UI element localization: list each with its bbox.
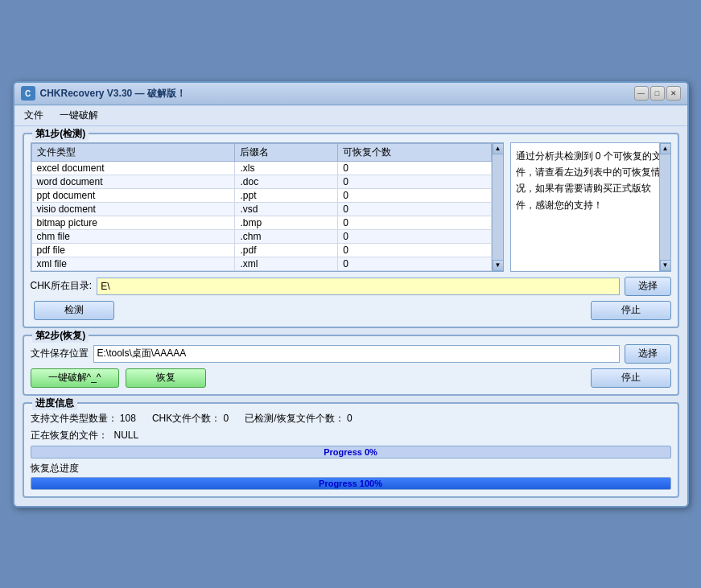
cell-filetype: word document: [31, 175, 235, 188]
cell-count: 0: [338, 257, 491, 270]
cell-ext: .vsd: [235, 202, 338, 216]
chk-count-value: 0: [224, 413, 229, 424]
title-bar-left: C CHKRecovery V3.30 — 破解版！: [21, 86, 186, 101]
step1-section: 第1步(检测) 文件类型 后缀名 可恢复个数 excel docume: [23, 133, 679, 328]
main-window: C CHKRecovery V3.30 — 破解版！ — □ ✕ 文件 一键破解…: [13, 81, 689, 508]
supported-types-value: 108: [120, 413, 136, 424]
cell-filetype: chm file: [31, 229, 235, 243]
chk-count-item: CHK文件个数： 0: [152, 412, 229, 426]
table-row: bitmap picture.bmp0: [31, 216, 491, 229]
chk-count-label: CHK文件个数：: [152, 413, 221, 424]
scroll-thumb[interactable]: [493, 154, 503, 260]
detected-item: 已检测/恢复文件个数： 0: [245, 412, 352, 426]
chk-dir-row: CHK所在目录: 选择: [31, 277, 671, 296]
info-scroll-up[interactable]: ▲: [660, 143, 671, 154]
file-table: 文件类型 后缀名 可恢复个数 excel document.xls0word d…: [31, 143, 492, 271]
cell-filetype: visio docment: [31, 202, 235, 216]
progress-section: 进度信息 支持文件类型数量： 108 CHK文件个数： 0 已检测/恢复文件个数…: [23, 402, 679, 498]
cell-ext: .xls: [235, 161, 338, 175]
current-file-label: 正在恢复的文件：: [31, 429, 108, 442]
content-area: 第1步(检测) 文件类型 后缀名 可恢复个数 excel docume: [14, 126, 687, 506]
save-loc-label: 文件保存位置: [31, 347, 89, 360]
cell-ext: .bmp: [235, 216, 338, 229]
step1-content: 文件类型 后缀名 可恢复个数 excel document.xls0word d…: [31, 142, 671, 272]
table-row: chm file.chm0: [31, 229, 491, 243]
cell-count: 0: [338, 175, 491, 188]
detected-value: 0: [347, 413, 353, 424]
col-filetype: 文件类型: [31, 143, 235, 161]
cell-filetype: pdf file: [31, 243, 235, 257]
chk-dir-label: CHK所在目录:: [31, 279, 93, 293]
step2-section: 第2步(恢复) 文件保存位置 选择 一键破解^_^ 恢复 停止: [23, 335, 679, 396]
cell-ext: .chm: [235, 229, 338, 243]
col-count: 可恢复个数: [338, 143, 491, 161]
cell-count: 0: [338, 216, 491, 229]
table-scrollbar[interactable]: ▲ ▼: [492, 143, 503, 271]
cell-count: 0: [338, 229, 491, 243]
cell-count: 0: [338, 188, 491, 202]
cell-ext: .ppt: [235, 188, 338, 202]
table-row: visio docment.vsd0: [31, 202, 491, 216]
app-icon: C: [21, 86, 35, 101]
detected-label: 已检测/恢复文件个数：: [245, 413, 344, 424]
cell-ext: .xml: [235, 257, 338, 270]
info-scroll-thumb[interactable]: [660, 154, 670, 260]
info-scroll-down[interactable]: ▼: [660, 260, 671, 271]
step1-stop-button[interactable]: 停止: [591, 301, 671, 320]
step2-action-row: 一键破解^_^ 恢复 停止: [31, 368, 671, 388]
cell-ext: .pdf: [235, 243, 338, 257]
menu-file[interactable]: 文件: [21, 108, 47, 123]
menu-one-click[interactable]: 一键破解: [56, 108, 101, 123]
table-row: ppt document.ppt0: [31, 188, 491, 202]
menu-bar: 文件 一键破解: [14, 105, 687, 126]
table-row: pdf file.pdf0: [31, 243, 491, 257]
progress-text-2: Progress 100%: [31, 478, 670, 489]
table-row: excel document.xls0: [31, 161, 491, 175]
cell-filetype: xml file: [31, 257, 235, 270]
cell-filetype: ppt document: [31, 188, 235, 202]
total-progress-label: 恢复总进度: [31, 462, 671, 475]
save-loc-row: 文件保存位置 选择: [31, 344, 671, 364]
file-table-wrapper: 文件类型 后缀名 可恢复个数 excel document.xls0word d…: [31, 142, 504, 272]
cell-filetype: excel document: [31, 161, 235, 175]
scroll-down-btn[interactable]: ▼: [493, 260, 504, 271]
info-scrollbar[interactable]: ▲ ▼: [659, 143, 670, 271]
window-title: CHKRecovery V3.30 — 破解版！: [40, 87, 186, 101]
progress-title: 进度信息: [32, 397, 77, 410]
chk-select-button[interactable]: 选择: [625, 277, 671, 296]
title-bar-buttons: — □ ✕: [634, 86, 681, 101]
close-button[interactable]: ✕: [666, 86, 681, 101]
cell-count: 0: [338, 161, 491, 175]
detect-button[interactable]: 检测: [34, 301, 114, 320]
cell-count: 0: [338, 243, 491, 257]
save-loc-input[interactable]: [93, 345, 620, 363]
step2-title: 第2步(恢复): [32, 329, 89, 343]
table-row: xml file.xml0: [31, 257, 491, 270]
minimize-button[interactable]: —: [634, 86, 649, 101]
table-row: word document.doc0: [31, 175, 491, 188]
one-click-button[interactable]: 一键破解^_^: [31, 368, 119, 388]
save-select-button[interactable]: 选择: [625, 344, 671, 364]
cell-filetype: bitmap picture: [31, 216, 235, 229]
step1-action-row: 检测 停止: [31, 301, 671, 320]
maximize-button[interactable]: □: [650, 86, 665, 101]
cell-count: 0: [338, 202, 491, 216]
progress-bar-1: Progress 0%: [31, 446, 671, 458]
current-file-value: NULL: [114, 430, 139, 441]
info-panel: 通过分析共检测到 0 个可恢复的文件，请查看左边列表中的可恢复情况，如果有需要请…: [510, 142, 671, 272]
scroll-up-btn[interactable]: ▲: [493, 143, 504, 154]
info-text: 通过分析共检测到 0 个可恢复的文件，请查看左边列表中的可恢复情况，如果有需要请…: [516, 148, 666, 266]
progress-bar-2: Progress 100%: [31, 477, 671, 490]
chk-dir-input[interactable]: [97, 278, 619, 295]
step2-stop-button[interactable]: 停止: [591, 368, 671, 388]
current-file-row: 正在恢复的文件： NULL: [31, 429, 671, 442]
supported-types-item: 支持文件类型数量： 108: [31, 412, 136, 426]
recover-button[interactable]: 恢复: [126, 368, 206, 388]
progress-text-1: Progress 0%: [31, 446, 670, 458]
cell-ext: .doc: [235, 175, 338, 188]
col-extension: 后缀名: [235, 143, 338, 161]
supported-types-label: 支持文件类型数量：: [31, 413, 118, 424]
progress-info-grid: 支持文件类型数量： 108 CHK文件个数： 0 已检测/恢复文件个数： 0: [31, 412, 671, 426]
title-bar: C CHKRecovery V3.30 — 破解版！ — □ ✕: [14, 83, 687, 105]
step1-title: 第1步(检测): [32, 127, 89, 141]
